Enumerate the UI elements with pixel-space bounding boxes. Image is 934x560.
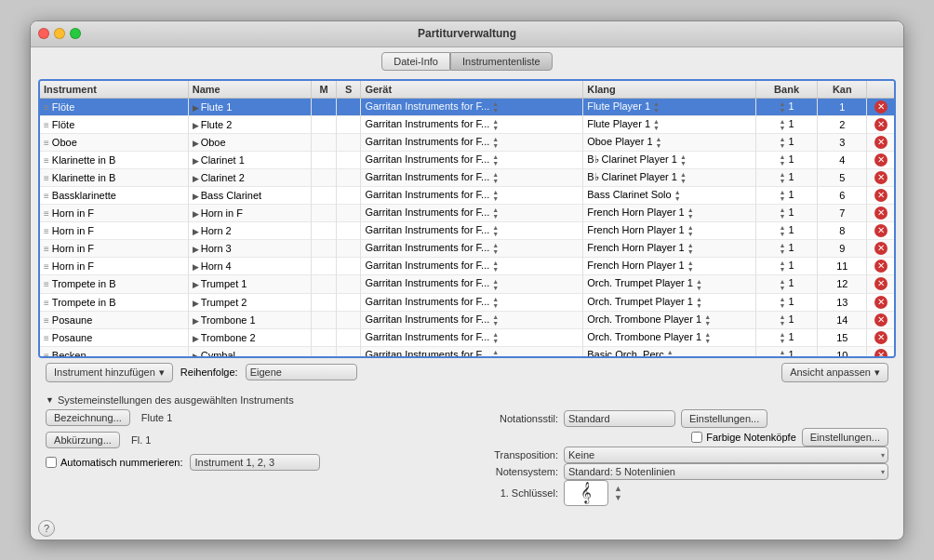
delete-row-button[interactable]: ✕	[874, 349, 887, 358]
bank-stepper[interactable]: ▲▼	[780, 313, 786, 327]
bank-stepper[interactable]: ▲▼	[780, 153, 786, 167]
delete-row-button[interactable]: ✕	[874, 118, 887, 131]
play-icon[interactable]: ▶	[193, 156, 199, 166]
col-header-instrument[interactable]: Instrument	[40, 81, 188, 99]
color-notes-checkbox[interactable]	[691, 432, 702, 443]
table-row[interactable]: ≡Klarinette in B▶Clarinet 1Garritan Inst…	[40, 151, 894, 168]
sound-stepper[interactable]: ▲▼	[696, 296, 702, 309]
bank-stepper[interactable]: ▲▼	[780, 260, 786, 273]
order-dropdown[interactable]: Eigene	[246, 364, 357, 380]
col-header-bank[interactable]: Bank	[755, 81, 817, 99]
device-stepper[interactable]: ▲▼	[492, 278, 499, 291]
transposition-dropdown[interactable]: Keine	[564, 447, 888, 463]
device-stepper[interactable]: ▲▼	[492, 260, 499, 273]
play-icon[interactable]: ▶	[193, 262, 199, 272]
device-stepper[interactable]: ▲▼	[492, 118, 499, 131]
clef-stepper[interactable]: ▲ ▼	[614, 484, 622, 502]
bank-stepper[interactable]: ▲▼	[780, 278, 786, 291]
col-header-sound[interactable]: Klang	[583, 81, 756, 99]
col-header-name[interactable]: Name	[188, 81, 312, 99]
delete-row-button[interactable]: ✕	[874, 189, 887, 202]
play-icon[interactable]: ▶	[193, 299, 199, 308]
play-icon[interactable]: ▶	[193, 334, 199, 343]
add-instrument-button[interactable]: Instrument hinzufügen ▾	[46, 363, 173, 382]
device-stepper[interactable]: ▲▼	[492, 331, 499, 344]
play-icon[interactable]: ▶	[193, 245, 199, 254]
collapse-triangle-icon[interactable]: ▼	[46, 395, 54, 405]
table-row[interactable]: ≡Horn in F▶Horn 2Garritan Instruments fo…	[40, 222, 894, 240]
sound-stepper[interactable]: ▲▼	[653, 118, 660, 131]
table-row[interactable]: ≡Horn in F▶Horn 3Garritan Instruments fo…	[40, 240, 894, 258]
play-icon[interactable]: ▶	[193, 352, 199, 358]
delete-row-button[interactable]: ✕	[874, 207, 887, 220]
delete-row-button[interactable]: ✕	[874, 100, 887, 113]
bank-stepper[interactable]: ▲▼	[780, 136, 786, 149]
sound-stepper[interactable]: ▲▼	[653, 100, 660, 113]
delete-row-button[interactable]: ✕	[874, 296, 887, 309]
delete-row-button[interactable]: ✕	[874, 277, 887, 290]
play-icon[interactable]: ▶	[193, 103, 199, 113]
minimize-button[interactable]	[54, 28, 65, 39]
bezeichnung-button[interactable]: Bezeichnung...	[46, 409, 130, 426]
delete-row-button[interactable]: ✕	[874, 153, 887, 167]
color-settings-button[interactable]: Einstellungen...	[802, 428, 888, 447]
clef-up-icon[interactable]: ▲	[614, 484, 622, 493]
table-row[interactable]: ≡Posaune▶Trombone 1Garritan Instruments …	[40, 311, 894, 328]
play-icon[interactable]: ▶	[193, 139, 199, 148]
table-row[interactable]: ≡Flöte▶Flute 1Garritan Instruments for F…	[40, 98, 894, 115]
device-stepper[interactable]: ▲▼	[492, 207, 499, 220]
play-icon[interactable]: ▶	[193, 209, 199, 219]
table-row[interactable]: ≡Posaune▶Trombone 2Garritan Instruments …	[40, 328, 894, 346]
sound-stepper[interactable]: ▲▼	[687, 207, 694, 220]
bank-stepper[interactable]: ▲▼	[780, 100, 786, 113]
table-row[interactable]: ≡Trompete in B▶Trumpet 1Garritan Instrum…	[40, 275, 894, 293]
sound-stepper[interactable]: ▲▼	[687, 242, 694, 255]
device-stepper[interactable]: ▲▼	[492, 224, 499, 237]
sound-stepper[interactable]: ▲▼	[687, 224, 694, 237]
abkurzung-button[interactable]: Abkürzung...	[46, 432, 120, 448]
table-row[interactable]: ≡Trompete in B▶Trumpet 2Garritan Instrum…	[40, 293, 894, 311]
notation-settings-button[interactable]: Einstellungen...	[681, 409, 767, 428]
bank-stepper[interactable]: ▲▼	[780, 118, 786, 131]
sound-stepper[interactable]: ▲▼	[704, 313, 711, 327]
bank-stepper[interactable]: ▲▼	[780, 224, 786, 237]
play-icon[interactable]: ▶	[193, 192, 199, 201]
bank-stepper[interactable]: ▲▼	[780, 349, 786, 358]
device-stepper[interactable]: ▲▼	[492, 296, 499, 309]
sound-stepper[interactable]: ▲▼	[687, 260, 694, 273]
col-header-m[interactable]: M	[312, 81, 337, 99]
col-header-kan[interactable]: Kan	[818, 81, 867, 99]
play-icon[interactable]: ▶	[193, 174, 199, 183]
device-stepper[interactable]: ▲▼	[492, 313, 499, 327]
device-stepper[interactable]: ▲▼	[492, 171, 499, 184]
table-row[interactable]: ≡Flöte▶Flute 2Garritan Instruments for F…	[40, 115, 894, 133]
bank-stepper[interactable]: ▲▼	[780, 296, 786, 309]
auto-number-dropdown[interactable]: Instrument 1, 2, 3	[190, 454, 320, 471]
delete-row-button[interactable]: ✕	[874, 331, 887, 344]
device-stepper[interactable]: ▲▼	[492, 189, 499, 202]
staff-dropdown[interactable]: Standard: 5 Notenlinien	[564, 463, 888, 480]
sound-stepper[interactable]: ▲▼	[680, 153, 687, 167]
device-stepper[interactable]: ▲▼	[492, 349, 499, 358]
play-icon[interactable]: ▶	[193, 121, 199, 130]
bank-stepper[interactable]: ▲▼	[780, 331, 786, 344]
sound-stepper[interactable]: ▲▼	[667, 349, 674, 358]
device-stepper[interactable]: ▲▼	[492, 100, 499, 113]
clef-down-icon[interactable]: ▼	[614, 493, 622, 502]
play-icon[interactable]: ▶	[193, 316, 199, 326]
device-stepper[interactable]: ▲▼	[492, 242, 499, 255]
table-row[interactable]: ≡Horn in F▶Horn in FGarritan Instruments…	[40, 205, 894, 222]
bank-stepper[interactable]: ▲▼	[780, 242, 786, 255]
table-row[interactable]: ≡Becken▶CymbalGarritan Instruments for F…	[40, 346, 894, 357]
col-header-device[interactable]: Gerät	[361, 81, 583, 99]
tab-instrumentenliste[interactable]: Instrumentenliste	[450, 52, 553, 71]
bank-stepper[interactable]: ▲▼	[780, 189, 786, 202]
sound-stepper[interactable]: ▲▼	[680, 171, 687, 184]
delete-row-button[interactable]: ✕	[874, 313, 887, 327]
delete-row-button[interactable]: ✕	[874, 136, 887, 149]
sound-stepper[interactable]: ▲▼	[674, 189, 681, 202]
play-icon[interactable]: ▶	[193, 280, 199, 289]
bank-stepper[interactable]: ▲▼	[780, 171, 786, 184]
sound-stepper[interactable]: ▲▼	[696, 278, 702, 291]
table-row[interactable]: ≡Oboe▶OboeGarritan Instruments for F... …	[40, 133, 894, 151]
